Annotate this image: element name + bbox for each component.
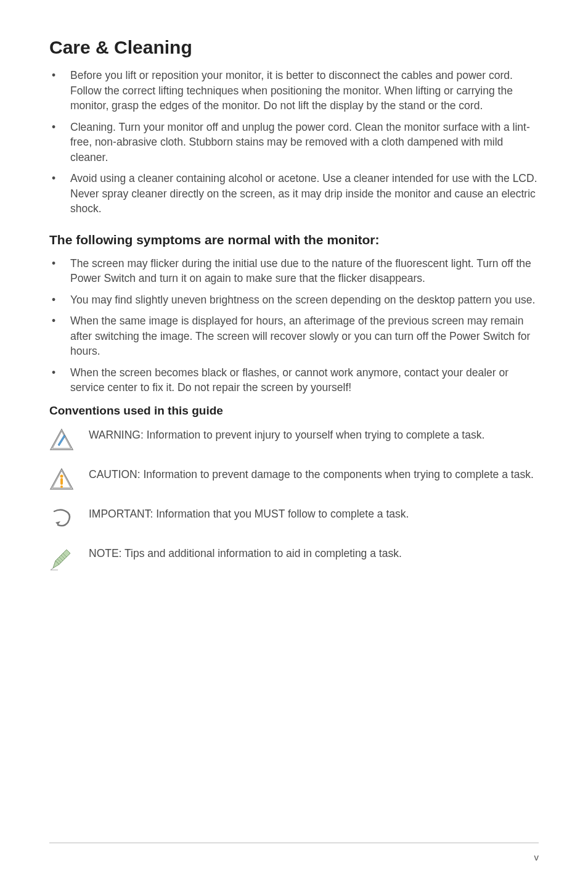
convention-note: NOTE: Tips and additional information to…: [49, 546, 539, 571]
list-item: •When the screen becomes black or flashe…: [49, 365, 539, 395]
list-item: •The screen may flicker during the initi…: [49, 256, 539, 286]
caution-icon: [49, 467, 74, 492]
convention-warning: WARNING: Information to prevent injury t…: [49, 427, 539, 452]
important-icon: [49, 506, 74, 531]
svg-rect-5: [60, 478, 63, 485]
list-item: •When the same image is displayed for ho…: [49, 313, 539, 359]
important-text: IMPORTANT: Information that you MUST fol…: [89, 506, 539, 522]
note-text: NOTE: Tips and additional information to…: [89, 546, 539, 561]
page-number: v: [534, 852, 539, 862]
list-item: •Before you lift or reposition your moni…: [49, 68, 539, 113]
list-item: •You may find slightly uneven brightness…: [49, 292, 539, 308]
convention-important: IMPORTANT: Information that you MUST fol…: [49, 506, 539, 531]
symptoms-bullet-list: •The screen may flicker during the initi…: [49, 256, 539, 395]
warning-icon: [49, 427, 74, 452]
svg-point-6: [60, 485, 63, 488]
main-bullet-list: •Before you lift or reposition your moni…: [49, 68, 539, 217]
list-item: •Cleaning. Turn your monitor off and unp…: [49, 120, 539, 165]
list-item: •Avoid using a cleaner containing alcoho…: [49, 171, 539, 217]
page-footer: v: [49, 843, 539, 862]
symptoms-heading: The following symptoms are normal with t…: [49, 233, 539, 247]
page-title: Care & Cleaning: [49, 37, 539, 58]
convention-caution: CAUTION: Information to prevent damage t…: [49, 467, 539, 492]
warning-text: WARNING: Information to prevent injury t…: [89, 427, 539, 443]
note-icon: [49, 546, 74, 571]
conventions-heading: Conventions used in this guide: [49, 404, 539, 418]
caution-text: CAUTION: Information to prevent damage t…: [89, 467, 539, 482]
svg-marker-7: [55, 521, 60, 525]
svg-point-4: [60, 474, 63, 477]
